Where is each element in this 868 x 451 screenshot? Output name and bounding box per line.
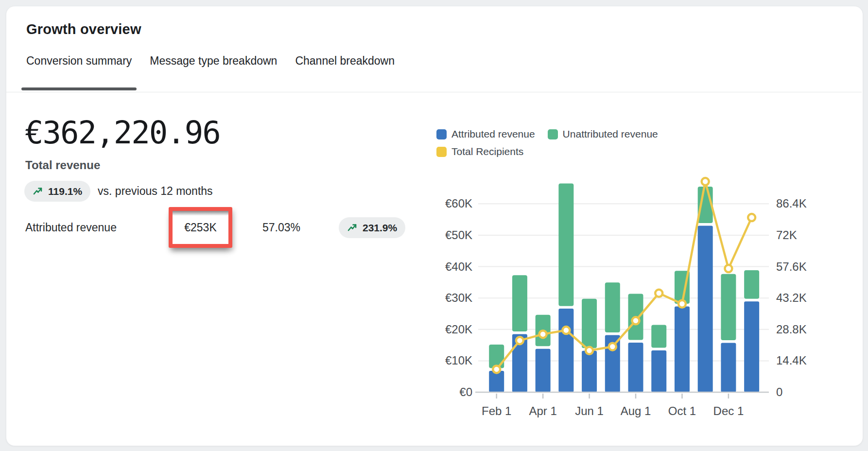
bar-unattributed-revenue: [651, 325, 666, 347]
recipients-marker: [562, 327, 570, 334]
bar-attributed-revenue: [698, 226, 713, 392]
recipients-marker: [609, 343, 616, 350]
right-axis-label: 72K: [776, 228, 797, 242]
bar-unattributed-revenue: [512, 275, 527, 331]
comparison-period-label: vs. previous 12 months: [98, 185, 213, 198]
bar-unattributed-revenue: [744, 270, 759, 299]
total-revenue-value: €362,220.96: [25, 115, 220, 151]
left-axis-label: €50K: [445, 228, 472, 242]
bar-attributed-revenue: [558, 309, 573, 392]
recipients-marker: [655, 290, 662, 297]
total-change-value: 119.1%: [48, 186, 82, 197]
x-axis-label: Oct 1: [668, 404, 696, 417]
bar-unattributed-revenue: [582, 299, 597, 348]
bar-unattributed-revenue: [558, 184, 573, 306]
annotation-shadow: [173, 211, 228, 216]
total-change-row: 119.1% vs. previous 12 months: [24, 181, 213, 202]
bar-attributed-revenue: [675, 307, 690, 392]
attributed-change-value: 231.9%: [363, 222, 397, 234]
recipients-marker: [539, 330, 547, 338]
attributed-revenue-share: 57.03%: [262, 221, 300, 234]
tab-bar: Conversion summary Message type breakdow…: [26, 53, 395, 90]
highlight-annotation-box: €253K: [169, 207, 232, 248]
x-axis-label: Jun 1: [575, 404, 604, 417]
right-axis-label: 28.8K: [776, 323, 807, 336]
x-axis-label: Aug 1: [621, 404, 651, 417]
right-axis-label: 57.6K: [776, 260, 807, 273]
recipients-marker: [702, 178, 709, 185]
x-axis-label: Apr 1: [529, 404, 556, 417]
left-axis-label: €40K: [445, 260, 472, 273]
recipients-marker: [678, 300, 686, 308]
recipients-marker: [493, 365, 500, 373]
recipients-marker: [632, 317, 640, 324]
attributed-revenue-value: €253K: [184, 221, 217, 234]
x-axis-label: Feb 1: [482, 404, 511, 417]
bar-attributed-revenue: [489, 371, 504, 392]
tab-channel-breakdown[interactable]: Channel breakdown: [295, 53, 395, 90]
bar-attributed-revenue: [582, 351, 597, 392]
left-axis-label: €0: [459, 385, 472, 399]
revenue-recipients-chart: €0€10K€20K€30K€40K€50K€60K014.4K28.8K43.…: [418, 121, 846, 433]
right-axis-label: 14.4K: [776, 354, 807, 367]
left-axis-label: €10K: [445, 354, 472, 367]
attributed-revenue-label: Attributed revenue: [25, 221, 117, 234]
tab-conversion-summary[interactable]: Conversion summary: [26, 53, 132, 90]
tab-divider: [6, 92, 862, 92]
left-axis-label: €20K: [445, 323, 472, 336]
bar-unattributed-revenue: [721, 274, 736, 340]
total-revenue-label: Total revenue: [25, 158, 100, 172]
right-axis-label: 86.4K: [776, 197, 807, 210]
bar-attributed-revenue: [651, 350, 666, 392]
bar-attributed-revenue: [628, 343, 643, 392]
tab-message-type-breakdown[interactable]: Message type breakdown: [150, 53, 277, 90]
attributed-change-badge: 231.9%: [339, 217, 405, 238]
trend-up-icon: [33, 186, 44, 197]
left-axis-label: €60K: [445, 197, 472, 210]
recipients-marker: [725, 265, 732, 272]
recipients-line: [497, 182, 752, 369]
left-axis-label: €30K: [445, 291, 472, 304]
recipients-marker: [748, 214, 755, 221]
bar-unattributed-revenue: [605, 282, 620, 332]
x-axis-label: Dec 1: [713, 404, 744, 417]
right-axis-label: 43.2K: [776, 291, 807, 304]
recipients-marker: [586, 347, 593, 354]
bar-attributed-revenue: [536, 349, 551, 392]
trend-up-icon: [347, 222, 358, 233]
total-change-badge: 119.1%: [24, 181, 90, 202]
recipients-marker: [516, 337, 523, 344]
bar-attributed-revenue: [721, 343, 736, 392]
right-axis-label: 0: [776, 385, 782, 399]
page-title: Growth overview: [26, 21, 141, 37]
bar-attributed-revenue: [744, 301, 759, 392]
